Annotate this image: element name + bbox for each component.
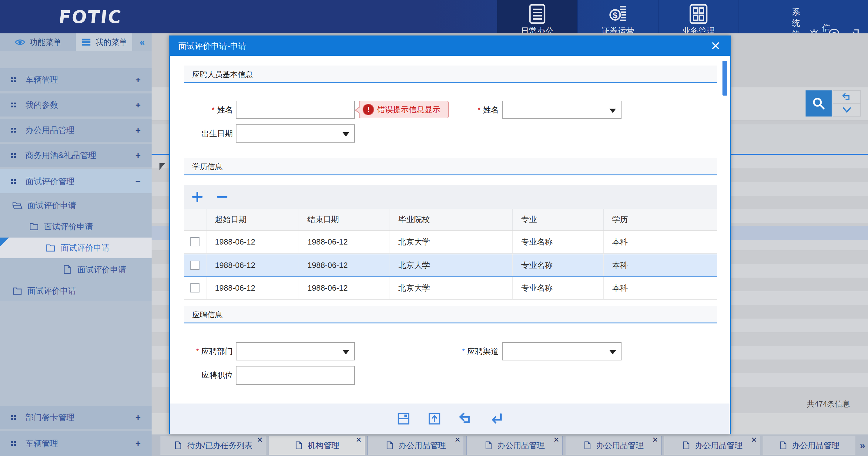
error-icon: ! [363,104,373,115]
document-list-icon [526,3,548,25]
tab-office-supplies[interactable]: 办公用品管理 [763,436,855,455]
expand-icon[interactable]: + [135,412,141,423]
tab-todo-task-list[interactable]: 待办/已办任务列表 ✕ [160,436,266,455]
nav-label: 业务管理 [658,26,739,33]
current-user: 系统管理员 [792,7,800,33]
document-icon [682,441,690,450]
sidebar-item-my-params[interactable]: 我的参数 + [0,93,152,116]
collapse-minus-icon[interactable]: − [135,176,141,187]
tree-item-interview-apply-selected[interactable]: 面试评价申请 [0,237,152,258]
close-icon[interactable]: ✕ [751,436,757,444]
tree-item-interview-apply[interactable]: 面试评价申请 [0,195,152,216]
gear-icon[interactable] [808,28,820,33]
drag-handle-icon [11,441,16,446]
remove-row-icon[interactable] [216,191,228,203]
enter-icon[interactable] [489,412,503,426]
tab-overflow-button[interactable]: » [858,436,868,455]
sidebar-tabs: 功能菜单 我的菜单 « [0,33,152,51]
education-table: 起始日期 结束日期 毕业院校 专业 学历 1988-06-12 1988-06-… [184,209,717,300]
nav-item-business-mgmt[interactable]: 业务管理 [658,0,739,33]
sidebar-item-business-wine-gifts[interactable]: 商务用酒&礼品管理 + [0,144,152,167]
tree-item-interview-apply[interactable]: 面试评价申请 [0,281,152,301]
document-icon [294,441,303,450]
search-button[interactable] [806,90,832,116]
sidebar-collapse-button[interactable]: « [132,33,152,51]
reset-button[interactable] [833,91,861,104]
drag-handle-icon [11,103,16,107]
row-checkbox[interactable] [190,283,199,292]
chevron-down-icon[interactable] [833,104,861,116]
tab-office-supplies[interactable]: 办公用品管理 ✕ [664,436,761,455]
add-row-icon[interactable] [192,191,203,203]
drag-handle-icon [11,128,16,133]
dialog-scrollbar[interactable] [722,61,727,95]
close-icon[interactable]: ✕ [355,436,362,444]
hamburger-icon [81,37,91,47]
sidebar-item-interview-eval-mgmt[interactable]: 面试评价管理 − [0,169,152,194]
drag-handle-icon [11,77,16,82]
document-icon [484,441,493,450]
table-header-row: 起始日期 结束日期 毕业院校 专业 学历 [184,209,717,231]
close-icon[interactable]: ✕ [708,38,723,53]
close-icon[interactable]: ✕ [553,436,559,444]
sidebar-item-vehicle-mgmt[interactable]: 车辆管理 + [0,68,152,91]
nav-label: 证券运营 [578,26,658,33]
close-icon[interactable]: ✕ [652,436,658,444]
document-icon [174,441,182,450]
search-icon [812,96,826,110]
close-icon[interactable]: ✕ [455,436,461,444]
sidebar-item-dept-meal-card[interactable]: 部门餐卡管理 + [0,406,152,429]
required-mark: * [212,105,215,114]
user-unit: 信托财产 [822,23,830,33]
folder-icon [45,243,56,253]
channel-field-label: *应聘渠道 [437,342,499,361]
background-marker [159,163,165,170]
nav-item-daily-office[interactable]: 日常办公 [497,0,578,33]
section-apply-info: 应聘信息 [184,306,717,323]
select-column-header [184,209,207,230]
close-icon[interactable]: ✕ [257,436,263,444]
folder-icon [12,286,23,296]
dialog-titlebar[interactable]: 面试评价申请-申请 ✕ [170,36,730,56]
expand-icon[interactable]: + [135,125,141,135]
sidebar-item-vehicle-mgmt-2[interactable]: 车辆管理 + [0,431,152,456]
document-icon [779,441,787,450]
top-nav: 日常办公 $ 证券运营 业务管理 [497,0,739,33]
top-header: FOTIC 日常办公 $ 证券运营 [0,0,868,33]
tree-item-interview-apply[interactable]: 面试评价申请 [0,216,152,237]
undo-icon[interactable] [458,412,472,426]
tab-my-menu[interactable]: 我的菜单 [76,33,132,51]
expand-icon[interactable]: + [135,100,141,110]
dept-field-label: *应聘部门 [170,342,233,361]
save-icon[interactable] [397,412,410,426]
tab-office-supplies[interactable]: 办公用品管理 ✕ [565,436,661,455]
tab-office-supplies[interactable]: 办公用品管理 ✕ [466,436,563,455]
sidebar-item-office-supplies[interactable]: 办公用品管理 + [0,119,152,142]
apply-channel-select[interactable] [502,342,621,361]
expand-icon[interactable]: + [135,75,141,85]
table-row[interactable]: 1988-06-12 1988-06-12 北京大学 专业名称 本科 [184,231,717,254]
tree-item-interview-apply[interactable]: 面试评价申请 [0,259,152,280]
table-row-selected[interactable]: 1988-06-12 1988-06-12 北京大学 专业名称 本科 [184,254,717,277]
dropdown-caret-icon [610,350,616,354]
interview-apply-dialog: 面试评价申请-申请 ✕ 应聘人员基本信息 *姓名 ! 错误提示信息显示 *姓名 … [169,35,731,434]
tab-org-mgmt[interactable]: 机构管理 ✕ [269,436,365,455]
tab-function-menu[interactable]: 功能菜单 [0,33,76,51]
drag-handle-icon [11,415,16,420]
expand-icon[interactable]: + [135,438,141,449]
birth-date-select[interactable] [236,124,355,143]
apply-position-input[interactable] [236,366,355,385]
name2-select[interactable] [502,101,621,119]
upload-icon[interactable] [428,412,441,426]
tab-office-supplies[interactable]: 办公用品管理 ✕ [368,436,464,455]
table-row[interactable]: 1988-06-12 1988-06-12 北京大学 专业名称 本科 [184,277,717,300]
position-field-label: 应聘职位 [170,366,233,384]
expand-icon[interactable]: + [135,150,141,161]
name-input[interactable] [236,101,355,119]
nav-item-securities-ops[interactable]: $ 证券运营 [578,0,658,33]
error-message: 错误提示信息显示 [377,104,440,115]
row-checkbox[interactable] [190,261,199,270]
row-checkbox[interactable] [190,237,199,246]
apply-dept-select[interactable] [236,342,355,361]
document-icon [62,264,72,275]
